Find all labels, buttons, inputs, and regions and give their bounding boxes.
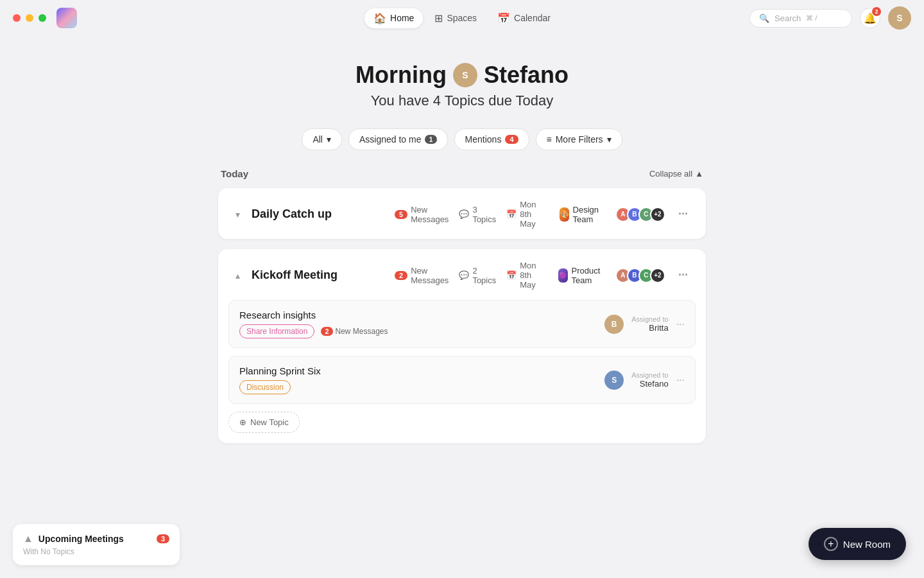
assigned-name-research: Britta bbox=[631, 323, 668, 333]
new-messages-kickoff: 2 New Messages bbox=[395, 266, 449, 285]
assigned-avatar-stefano: S bbox=[604, 371, 624, 390]
avatars-kickoff: A B C +2 bbox=[615, 268, 665, 283]
topic-left-research: Research insights Share Information 2 Ne… bbox=[239, 310, 604, 338]
topics-count-kickoff: 💬 2 Topics bbox=[459, 266, 496, 285]
nav-home-label: Home bbox=[390, 13, 414, 23]
filter-mentions-label: Mentions bbox=[465, 134, 502, 144]
tag-discussion: Discussion bbox=[239, 380, 291, 394]
user-name: Stefano bbox=[484, 62, 569, 89]
filter-bar: All ▾ Assigned to me 1 Mentions 4 ≡ More… bbox=[302, 128, 622, 150]
search-bar[interactable]: 🔍 Search ⌘ / bbox=[749, 9, 852, 28]
chevron-down-icon-more: ▾ bbox=[607, 134, 612, 144]
nav-calendar[interactable]: 📅 Calendar bbox=[488, 8, 560, 28]
assigned-label-planning: Assigned to bbox=[631, 371, 668, 379]
upcoming-sub: With No Topics bbox=[23, 547, 169, 556]
upcoming-title: Upcoming Meetings bbox=[38, 534, 151, 544]
avatars-daily: A B C +2 bbox=[615, 207, 665, 222]
nav-calendar-label: Calendar bbox=[514, 13, 551, 23]
hero-subtitle: You have 4 Topics due Today bbox=[355, 92, 569, 109]
hero-section: Morning S Stefano You have 4 Topics due … bbox=[355, 36, 569, 128]
meeting-more-daily[interactable]: ··· bbox=[673, 205, 693, 223]
topic-more-research[interactable]: ··· bbox=[676, 319, 685, 330]
meeting-more-kickoff[interactable]: ··· bbox=[673, 266, 693, 285]
plus-icon: ⊕ bbox=[239, 417, 246, 427]
chevron-up-icon: ▲ bbox=[695, 169, 703, 179]
new-room-label: New Room bbox=[843, 539, 891, 550]
team-icon-kickoff: 🟣 bbox=[558, 268, 567, 283]
filter-more-label: More Filters bbox=[556, 134, 603, 144]
avatar-count: +2 bbox=[650, 207, 665, 222]
upcoming-count: 3 bbox=[157, 534, 169, 543]
nav-spaces[interactable]: ⊞ Spaces bbox=[425, 8, 486, 28]
greeting-text: Morning bbox=[355, 62, 447, 89]
calendar-icon: 📅 bbox=[497, 12, 510, 24]
topic-tags-research: Share Information 2 New Messages bbox=[239, 324, 604, 338]
maximize-button[interactable] bbox=[38, 14, 46, 22]
nm-label-research: New Messages bbox=[336, 327, 388, 336]
topic-right-planning: S Assigned to Stefano ··· bbox=[604, 371, 685, 390]
user-avatar-header[interactable]: S bbox=[888, 6, 911, 30]
upcoming-panel: ▲ Upcoming Meetings 3 With No Topics bbox=[13, 524, 180, 565]
new-messages-label-daily: New Messages bbox=[411, 205, 449, 224]
minimize-button[interactable] bbox=[26, 14, 33, 22]
filter-assigned-label: Assigned to me bbox=[359, 134, 422, 144]
team-name-daily: Design Team bbox=[573, 205, 605, 224]
plus-circle-icon: + bbox=[824, 537, 838, 551]
assigned-label-research: Assigned to bbox=[631, 315, 668, 323]
hero-user-avatar: S bbox=[453, 63, 477, 87]
topic-right-research: B Assigned to Britta ··· bbox=[604, 315, 685, 334]
search-placeholder: Search bbox=[774, 13, 801, 23]
team-icon-daily: 🎨 bbox=[560, 207, 569, 222]
new-messages-badge-kickoff: 2 bbox=[395, 271, 407, 280]
assigned-count: 1 bbox=[425, 135, 436, 144]
filter-all-label: All bbox=[312, 134, 323, 144]
app-logo bbox=[56, 8, 77, 28]
date-daily: 📅 Mon 8th May bbox=[506, 200, 549, 229]
nav-center: 🏠 Home ⊞ Spaces 📅 Calendar bbox=[364, 8, 560, 28]
meeting-meta-daily: 5 New Messages 💬 3 Topics 📅 Mon 8th May … bbox=[395, 200, 665, 229]
new-messages-daily: 5 New Messages bbox=[395, 205, 449, 224]
filter-assigned[interactable]: Assigned to me 1 bbox=[348, 128, 448, 150]
collapse-button-daily[interactable]: ▾ bbox=[231, 209, 244, 220]
new-room-button[interactable]: + New Room bbox=[809, 528, 906, 560]
topic-tags-planning: Discussion bbox=[239, 380, 604, 394]
meeting-title-kickoff: Kickoff Meeting bbox=[252, 268, 387, 282]
topic-more-planning[interactable]: ··· bbox=[676, 374, 685, 386]
assigned-to-research: Assigned to Britta bbox=[631, 315, 668, 333]
topics-icon-kickoff: 💬 bbox=[459, 270, 469, 280]
collapse-button-kickoff[interactable]: ▴ bbox=[231, 270, 244, 281]
greeting-line: Morning S Stefano bbox=[355, 62, 569, 89]
upcoming-header: ▲ Upcoming Meetings 3 bbox=[23, 533, 169, 545]
team-kickoff: 🟣 Product Team bbox=[558, 266, 605, 285]
notification-badge: 2 bbox=[872, 7, 881, 16]
nav-right: 🔍 Search ⌘ / 🔔 2 S bbox=[749, 6, 911, 30]
meeting-header-daily: ▾ Daily Catch up 5 New Messages 💬 3 Topi… bbox=[218, 188, 706, 239]
home-icon: 🏠 bbox=[373, 12, 386, 24]
collapse-all-button[interactable]: Collapse all ▲ bbox=[649, 169, 703, 179]
meeting-meta-kickoff: 2 New Messages 💬 2 Topics 📅 Mon 8th May … bbox=[395, 261, 665, 290]
new-topic-label: New Topic bbox=[250, 417, 289, 427]
topic-title-research: Research insights bbox=[239, 310, 604, 320]
traffic-lights bbox=[13, 14, 46, 22]
meeting-header-kickoff: ▴ Kickoff Meeting 2 New Messages 💬 2 Top… bbox=[218, 249, 706, 300]
new-topic-button[interactable]: ⊕ New Topic bbox=[228, 412, 300, 433]
new-messages-research: 2 New Messages bbox=[321, 327, 388, 336]
filter-more[interactable]: ≡ More Filters ▾ bbox=[536, 128, 622, 150]
filter-all[interactable]: All ▾ bbox=[302, 128, 342, 150]
notification-button[interactable]: 🔔 2 bbox=[860, 8, 880, 28]
upcoming-toggle[interactable]: ▲ bbox=[23, 533, 33, 545]
topic-left-planning: Planning Sprint Six Discussion bbox=[239, 365, 604, 394]
tag-share-info: Share Information bbox=[239, 324, 314, 338]
nav-home[interactable]: 🏠 Home bbox=[364, 8, 423, 28]
close-button[interactable] bbox=[13, 14, 21, 22]
nm-dot-research: 2 bbox=[321, 327, 332, 336]
calendar-icon-daily: 📅 bbox=[506, 209, 517, 219]
meeting-card-daily-catchup: ▾ Daily Catch up 5 New Messages 💬 3 Topi… bbox=[218, 188, 706, 239]
search-icon: 🔍 bbox=[759, 13, 769, 23]
section-header: Today Collapse all ▲ bbox=[218, 168, 706, 179]
team-daily: 🎨 Design Team bbox=[560, 205, 605, 224]
filter-mentions[interactable]: Mentions 4 bbox=[454, 128, 529, 150]
avatar-count-k: +2 bbox=[650, 268, 665, 283]
new-messages-badge-daily: 5 bbox=[395, 210, 407, 219]
meeting-card-kickoff: ▴ Kickoff Meeting 2 New Messages 💬 2 Top… bbox=[218, 249, 706, 443]
